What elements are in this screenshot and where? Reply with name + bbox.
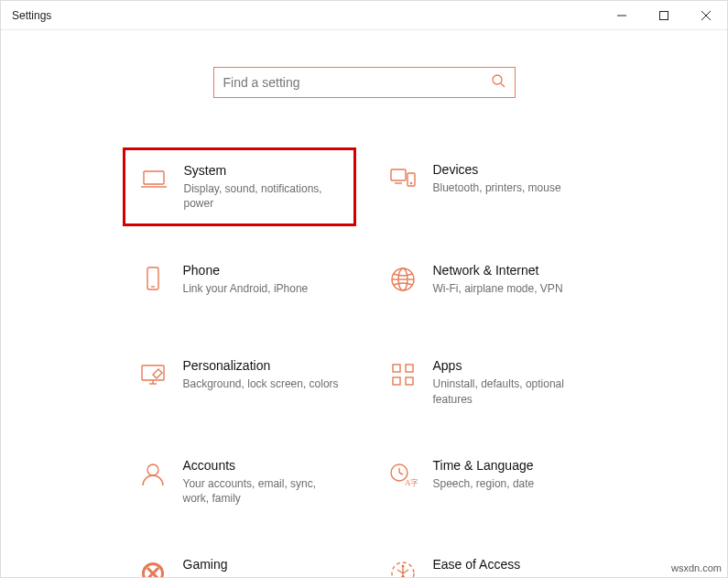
card-title: Apps (433, 358, 592, 373)
settings-card-accounts[interactable]: AccountsYour accounts, email, sync, work… (123, 443, 356, 520)
window-controls (601, 1, 727, 29)
card-description: Background, lock screen, colors (183, 376, 342, 391)
accounts-icon (137, 458, 168, 489)
card-title: Phone (183, 263, 342, 278)
card-title: System (184, 163, 341, 178)
content-area: SystemDisplay, sound, notifications, pow… (1, 30, 727, 578)
search-box[interactable] (213, 67, 516, 98)
search-container (1, 67, 727, 98)
card-title: Gaming (183, 557, 342, 572)
card-title: Ease of Access (433, 557, 592, 572)
card-text: Ease of AccessNarrator, magnifier, high (433, 557, 592, 578)
watermark: wsxdn.com (671, 562, 722, 573)
personalize-icon (137, 358, 168, 389)
settings-card-network-internet[interactable]: Network & InternetWi-Fi, airplane mode, … (373, 248, 606, 322)
card-text: DevicesBluetooth, printers, mouse (433, 162, 592, 212)
card-text: AccountsYour accounts, email, sync, work… (183, 458, 342, 506)
card-description: Uninstall, defaults, optional features (433, 376, 592, 406)
settings-card-system[interactable]: SystemDisplay, sound, notifications, pow… (123, 147, 356, 226)
minimize-button[interactable] (601, 1, 643, 30)
settings-card-apps[interactable]: AppsUninstall, defaults, optional featur… (373, 344, 606, 420)
close-button[interactable] (685, 1, 727, 30)
settings-card-ease-of-access[interactable]: Ease of AccessNarrator, magnifier, high (373, 542, 606, 578)
settings-card-devices[interactable]: DevicesBluetooth, printers, mouse (373, 147, 606, 226)
card-description: Wi-Fi, airplane mode, VPN (433, 281, 592, 296)
settings-card-gaming[interactable]: GamingXbox Game Bar, captures, Game (123, 542, 356, 578)
card-description: Bluetooth, printers, mouse (433, 180, 592, 195)
maximize-button[interactable] (643, 1, 685, 30)
card-text: AppsUninstall, defaults, optional featur… (433, 358, 592, 406)
card-description: Speech, region, date (433, 476, 592, 491)
settings-card-time-language[interactable]: Time & LanguageSpeech, region, date (373, 443, 606, 520)
card-text: Time & LanguageSpeech, region, date (433, 458, 592, 506)
globe-icon (387, 263, 418, 294)
apps-icon (387, 358, 418, 389)
card-text: PersonalizationBackground, lock screen, … (183, 358, 342, 406)
titlebar: Settings (1, 1, 727, 30)
phone-icon (137, 263, 168, 294)
card-description: Link your Android, iPhone (183, 281, 342, 296)
time-language-icon (387, 458, 418, 489)
card-description: Display, sound, notifications, power (184, 181, 341, 211)
card-text: PhoneLink your Android, iPhone (183, 263, 342, 307)
card-text: SystemDisplay, sound, notifications, pow… (184, 163, 341, 211)
svg-rect-30 (660, 12, 668, 20)
gaming-icon (137, 557, 168, 578)
window-title: Settings (12, 9, 51, 22)
settings-card-personalization[interactable]: PersonalizationBackground, lock screen, … (123, 344, 356, 420)
ease-icon (387, 557, 418, 578)
card-title: Time & Language (433, 458, 592, 473)
card-title: Devices (433, 162, 592, 177)
search-input[interactable] (223, 75, 491, 90)
search-icon (491, 73, 505, 92)
card-title: Accounts (183, 458, 342, 473)
devices-icon (387, 162, 418, 193)
settings-grid: SystemDisplay, sound, notifications, pow… (1, 147, 727, 578)
settings-card-phone[interactable]: PhoneLink your Android, iPhone (123, 248, 356, 322)
card-text: Network & InternetWi-Fi, airplane mode, … (433, 263, 592, 307)
card-text: GamingXbox Game Bar, captures, Game (183, 557, 342, 578)
laptop-icon (138, 163, 169, 194)
card-description: Your accounts, email, sync, work, family (183, 476, 342, 506)
card-title: Personalization (183, 358, 342, 373)
card-title: Network & Internet (433, 263, 592, 278)
